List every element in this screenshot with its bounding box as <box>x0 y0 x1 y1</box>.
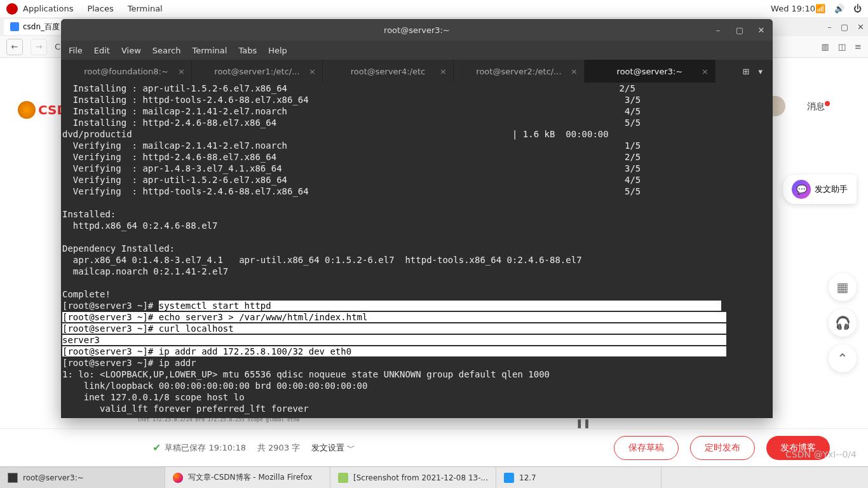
notification-dot-icon <box>825 101 830 106</box>
terminal-tab-2[interactable]: root@server4:/etc× <box>323 60 454 83</box>
check-icon: ✔ <box>153 442 161 454</box>
terminal-icon <box>8 473 18 483</box>
firefox-minimize[interactable]: – <box>827 22 832 32</box>
schedule-publish-button[interactable]: 定时发布 <box>690 436 755 460</box>
qr-icon: ▦ <box>837 280 849 295</box>
sidebar-icon[interactable]: ◫ <box>838 42 846 51</box>
chevron-up-icon: ⌃ <box>837 351 848 366</box>
volume-icon[interactable]: 🔊 <box>834 4 844 13</box>
chevron-down-icon: ﹀ <box>347 442 355 454</box>
firefox-close[interactable]: ✕ <box>857 22 864 32</box>
menu-help[interactable]: Help <box>268 46 287 55</box>
taskbar-item-doc[interactable]: 12.7 <box>496 467 661 488</box>
menu-terminal[interactable]: Terminal <box>192 46 227 55</box>
draft-saved-status: ✔草稿已保存 19:10:18 <box>153 442 246 454</box>
terminal-tab-0[interactable]: root@foundation8:~× <box>61 60 192 83</box>
menu-file[interactable]: File <box>69 46 83 55</box>
terminal-output-top: Installing : apr-util-1.5.2-6.el7.x86_64… <box>62 83 641 299</box>
word-count: 共 2903 字 <box>257 442 300 454</box>
firefox-icon <box>173 473 183 483</box>
terminal-titlebar[interactable]: root@server3:~ – ▢ ✕ <box>61 19 773 41</box>
terminal-maximize[interactable]: ▢ <box>733 25 746 35</box>
terminal-content[interactable]: Installing : apr-util-1.5.2-6.el7.x86_64… <box>61 83 773 418</box>
terminal-tab-1[interactable]: root@server1:/etc/...× <box>192 60 323 83</box>
menu-tabs[interactable]: Tabs <box>238 46 257 55</box>
baidu-favicon-icon <box>10 22 19 31</box>
terminal-close[interactable]: ✕ <box>755 25 768 35</box>
editor-statusbar: ✔草稿已保存 19:10:18 共 2903 字 发文设置﹀ 保存草稿 定时发布… <box>0 428 868 466</box>
taskbar-item-screenshot[interactable]: [Screenshot from 2021-12-08 13-... <box>330 467 496 488</box>
messages-link[interactable]: 消息 <box>807 101 830 112</box>
power-icon[interactable]: ⏻ <box>853 4 862 13</box>
close-icon[interactable]: × <box>702 67 709 76</box>
menu-icon[interactable]: ≡ <box>855 42 862 51</box>
headset-icon: 🎧 <box>835 315 851 330</box>
pause-icon: ❚❚ <box>576 418 590 428</box>
terminal-output-bottom: [root@server3 ~]# ip addr 1: lo: <LOOPBA… <box>62 358 550 414</box>
firefox-tab-title: csdn_百度 <box>23 22 60 32</box>
close-icon[interactable]: × <box>178 67 185 76</box>
support-button[interactable]: 🎧 <box>829 309 857 337</box>
terminal-prompt: [root@server3 ~]# <box>62 301 159 311</box>
terminal-window: root@server3:~ – ▢ ✕ File Edit View Sear… <box>61 19 773 418</box>
terminal-menubar: File Edit View Search Terminal Tabs Help <box>61 41 773 60</box>
csdn-watermark: CSDN @YxI--0/4 <box>785 449 857 459</box>
document-icon <box>504 473 514 483</box>
publish-helper-label: 发文助手 <box>815 184 848 195</box>
wifi-icon[interactable]: 📶 <box>815 4 825 13</box>
csdn-monkey-icon <box>18 101 36 119</box>
firefox-tab[interactable]: csdn_百度 <box>4 19 66 35</box>
terminal-minimize[interactable]: – <box>712 25 724 35</box>
gnome-taskbar: root@server3:~ 写文章-CSDN博客 - Mozilla Fire… <box>0 466 868 488</box>
close-icon[interactable]: × <box>309 67 316 76</box>
clock: Wed 19:10 <box>771 4 815 13</box>
back-to-top-button[interactable]: ⌃ <box>829 344 857 372</box>
terminal-menu[interactable]: Terminal <box>128 4 163 13</box>
publish-helper[interactable]: 💬 发文助手 <box>783 175 857 204</box>
qr-code-button[interactable]: ▦ <box>829 273 857 301</box>
firefox-maximize[interactable]: ▢ <box>841 22 848 32</box>
close-icon[interactable]: × <box>440 67 447 76</box>
save-draft-button[interactable]: 保存草稿 <box>614 436 679 460</box>
terminal-tab-4[interactable]: root@server3:~× <box>585 60 715 83</box>
back-button[interactable]: ← <box>6 39 23 55</box>
chat-bubble-icon: 💬 <box>792 180 811 199</box>
close-icon[interactable]: × <box>571 67 578 76</box>
new-tab-icon[interactable]: ⊞ <box>743 67 750 76</box>
tab-menu-icon[interactable]: ▾ <box>758 67 763 76</box>
menu-edit[interactable]: Edit <box>94 46 110 55</box>
taskbar-item-firefox[interactable]: 写文章-CSDN博客 - Mozilla Firefox <box>165 467 330 488</box>
places-menu[interactable]: Places <box>87 4 113 13</box>
publish-settings[interactable]: 发文设置﹀ <box>311 442 355 454</box>
terminal-highlighted-1: systemctl start httpd <box>159 301 721 311</box>
library-icon[interactable]: ▥ <box>822 42 829 51</box>
redhat-icon <box>6 3 18 15</box>
taskbar-item-terminal[interactable]: root@server3:~ <box>0 467 165 488</box>
terminal-highlighted-block: [root@server3 ~]# echo server3 > /var/ww… <box>62 312 726 356</box>
terminal-title: root@server3:~ <box>384 25 450 35</box>
terminal-tabs: root@foundation8:~× root@server1:/etc/..… <box>61 60 773 83</box>
forward-button[interactable]: → <box>31 39 47 55</box>
menu-search[interactable]: Search <box>153 46 181 55</box>
gnome-top-bar: Applications Places Terminal Wed 19:10 📶… <box>0 0 868 17</box>
applications-menu[interactable]: Applications <box>23 4 73 13</box>
menu-view[interactable]: View <box>121 46 141 55</box>
image-icon <box>338 473 348 483</box>
terminal-tab-3[interactable]: root@server2:/etc/...× <box>454 60 585 83</box>
